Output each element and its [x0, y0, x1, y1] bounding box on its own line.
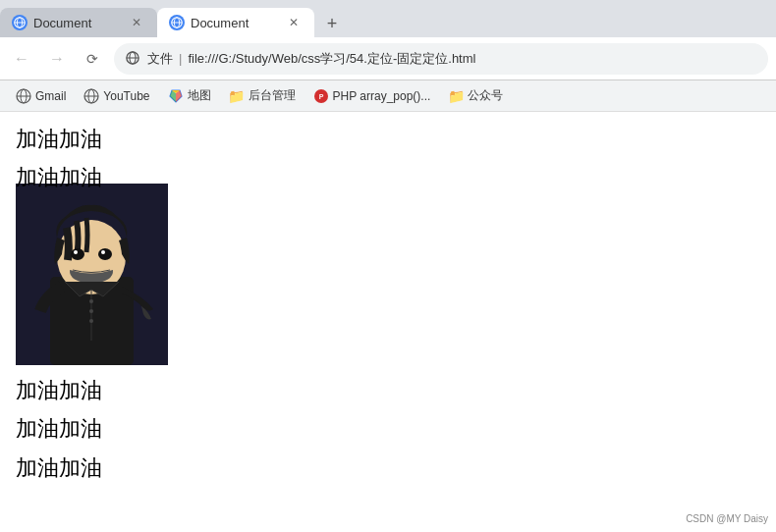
maps-icon [168, 88, 184, 104]
bookmark-php[interactable]: P PHP array_pop()... [305, 85, 439, 107]
back-button[interactable]: ← [8, 45, 35, 73]
svg-point-24 [71, 248, 84, 260]
svg-point-26 [74, 250, 78, 254]
tab-1-close[interactable]: ✕ [128, 14, 145, 31]
page-content: 加油加油 加油加油 [0, 112, 776, 499]
text-line-5: 加油加油 [16, 451, 760, 485]
security-label: 文件 [147, 50, 173, 68]
image-section: 加油加油 [16, 162, 168, 365]
security-icon [126, 51, 141, 67]
wechat-folder-icon: 📁 [448, 88, 464, 104]
bookmark-maps[interactable]: 地图 [160, 84, 219, 107]
tab-2-icon [169, 15, 185, 30]
tab-1-icon [12, 15, 28, 30]
youtube-icon [83, 88, 99, 104]
new-tab-button[interactable]: + [318, 10, 346, 37]
url-path: file:///G:/Study/Web/css学习/54.定位-固定定位.ht… [188, 50, 475, 68]
anime-image [16, 184, 168, 365]
bookmark-admin-label: 后台管理 [249, 87, 296, 104]
watermark: CSDN @MY Daisy [686, 513, 768, 524]
svg-text:P: P [318, 93, 323, 100]
php-icon: P [313, 88, 329, 104]
bookmark-php-label: PHP array_pop()... [333, 89, 431, 103]
tab-2[interactable]: Document ✕ [157, 8, 314, 37]
forward-button[interactable]: → [43, 45, 71, 73]
bookmark-gmail[interactable]: Gmail [8, 85, 74, 107]
tab-bar: Document ✕ Document ✕ + [0, 0, 776, 37]
text-line-1: 加油加油 [16, 122, 760, 156]
text-line-3: 加油加油 [16, 373, 760, 407]
bookmark-maps-label: 地图 [188, 87, 211, 104]
svg-point-30 [89, 309, 93, 313]
bookmark-gmail-label: Gmail [35, 89, 66, 103]
tab-2-close[interactable]: ✕ [285, 14, 303, 31]
text-line-2-overlay: 加油加油 [16, 160, 102, 194]
bookmark-admin[interactable]: 📁 后台管理 [221, 84, 304, 107]
browser-chrome: Document ✕ Document ✕ + ← → ⟳ [0, 0, 776, 112]
url-separator: | [179, 51, 182, 66]
svg-point-27 [101, 250, 105, 254]
admin-folder-icon: 📁 [229, 88, 245, 104]
bookmark-youtube-label: YouTube [103, 89, 149, 103]
bookmark-wechat-label: 公众号 [468, 87, 503, 104]
refresh-button[interactable]: ⟳ [79, 45, 106, 73]
svg-point-25 [98, 248, 112, 260]
svg-point-31 [89, 319, 93, 323]
url-bar[interactable]: 文件 | file:///G:/Study/Web/css学习/54.定位-固定… [114, 43, 768, 75]
svg-point-29 [89, 299, 93, 303]
tab-2-title: Document [191, 16, 279, 30]
bookmarks-bar: Gmail YouTube 地图 [0, 80, 776, 112]
bookmark-youtube[interactable]: YouTube [76, 85, 157, 107]
tab-1[interactable]: Document ✕ [0, 8, 157, 37]
bookmark-wechat[interactable]: 📁 公众号 [440, 84, 511, 107]
gmail-icon [16, 88, 31, 104]
text-line-4: 加油加油 [16, 411, 760, 446]
address-bar: ← → ⟳ 文件 | file:///G:/Study/Web/css学习/54… [0, 37, 776, 80]
tab-1-title: Document [33, 16, 122, 30]
